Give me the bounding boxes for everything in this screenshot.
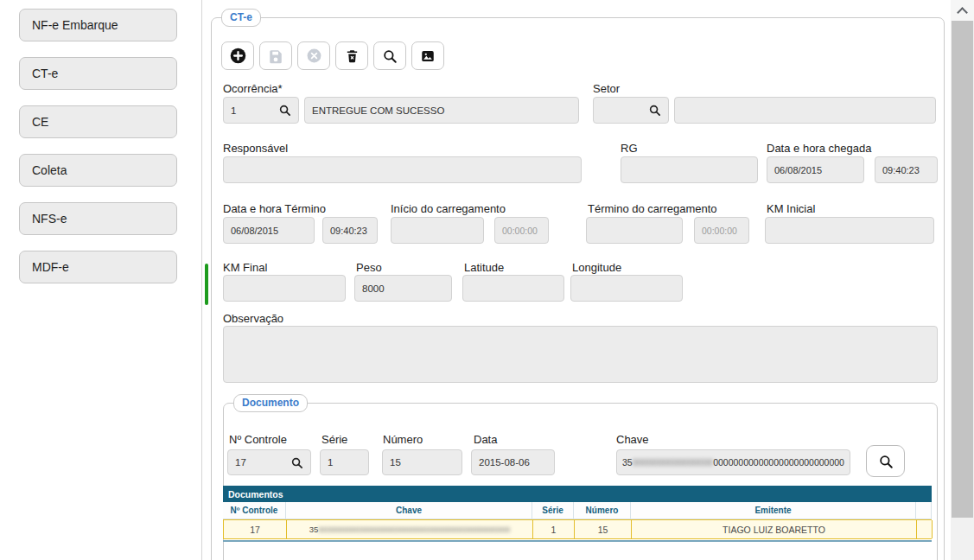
numero-label: Número — [383, 433, 423, 446]
peso-value: 8000 — [362, 283, 385, 294]
observacao-textarea[interactable] — [223, 326, 938, 383]
row-numero: 15 — [575, 520, 632, 538]
search-icon — [878, 454, 894, 469]
numero-value: 15 — [390, 457, 401, 468]
termino-carregamento-date-input[interactable] — [586, 217, 683, 244]
ocorrencia-code-input[interactable]: 1 — [223, 97, 299, 124]
row-chave-prefix: 35 — [309, 525, 319, 534]
chave-input[interactable]: 3500000000000000000000000000000000000000… — [616, 449, 850, 475]
image-icon — [420, 48, 436, 64]
inicio-carregamento-label: Início do carregamento — [391, 202, 506, 215]
sidebar-item-ce[interactable]: CE — [19, 105, 177, 138]
chave-prefix: 35 — [622, 457, 633, 468]
data-termino-time-value: 09:40:23 — [330, 226, 367, 236]
termino-carregamento-time-placeholder: 00:00:00 — [702, 226, 737, 236]
peso-label: Peso — [356, 261, 382, 274]
latitude-label: Latitude — [464, 261, 504, 274]
responsavel-input[interactable] — [223, 156, 582, 183]
row-emitente: TIAGO LUIZ BOARETTO — [632, 520, 917, 538]
latitude-input[interactable] — [462, 275, 564, 302]
ocorrencia-label: Ocorrência* — [223, 82, 283, 95]
data-chegada-time-input[interactable]: 09:40:23 — [875, 156, 938, 183]
ocorrencia-code-value: 1 — [231, 105, 236, 116]
search-button[interactable] — [373, 41, 406, 70]
inicio-carregamento-time-input[interactable]: 00:00:00 — [494, 217, 549, 244]
column-header-controle: Nº Controle — [223, 502, 286, 519]
sidebar-item-nfe-embarque[interactable]: NF-e Embarque — [19, 9, 177, 41]
add-button[interactable] — [221, 41, 254, 70]
serie-input[interactable]: 1 — [320, 449, 369, 475]
termino-carregamento-time-input[interactable]: 00:00:00 — [694, 217, 749, 244]
column-header-serie: Série — [532, 502, 574, 519]
data-chegada-date-value: 06/08/2015 — [774, 165, 822, 175]
data-input[interactable]: 2015-08-06 — [471, 449, 555, 475]
ocorrencia-description-value: ENTREGUE COM SUCESSO — [312, 105, 444, 116]
search-icon — [382, 48, 398, 64]
row-serie: 1 — [533, 520, 575, 538]
delete-button[interactable] — [335, 41, 368, 70]
image-button[interactable] — [411, 41, 444, 70]
data-label: Data — [474, 433, 497, 446]
save-icon — [268, 48, 283, 64]
row-spacer — [917, 520, 933, 538]
sidebar-divider — [201, 0, 202, 560]
serie-label: Série — [321, 433, 347, 446]
table-row[interactable]: 17 3500000000000000000000000000000000000… — [223, 519, 932, 539]
data-termino-time-input[interactable]: 09:40:23 — [322, 217, 378, 244]
data-chegada-time-value: 09:40:23 — [882, 165, 920, 175]
sidebar-item-cte[interactable]: CT-e — [19, 57, 177, 90]
peso-input[interactable]: 8000 — [354, 275, 452, 302]
row-chave: 3500000000000000000000000000000000000000… — [287, 520, 533, 538]
cancel-circle-icon — [306, 48, 322, 64]
search-icon — [290, 456, 303, 469]
data-chegada-label: Data e hora chegada — [767, 142, 871, 155]
termino-carregamento-label: Término do carregamento — [588, 202, 717, 215]
trash-icon — [345, 48, 360, 63]
scrollbar-thumb[interactable] — [952, 21, 973, 518]
km-inicial-input[interactable] — [765, 217, 934, 244]
scrollbar-up-button[interactable] — [951, 0, 974, 21]
numero-input[interactable]: 15 — [382, 449, 462, 475]
sidebar-item-nfse[interactable]: NFS-e — [19, 202, 177, 235]
rg-input[interactable] — [621, 156, 758, 183]
search-icon — [648, 104, 661, 117]
chevron-up-icon — [957, 7, 968, 18]
data-chegada-date-input[interactable]: 06/08/2015 — [767, 156, 864, 183]
sidebar-item-coleta[interactable]: Coleta — [19, 154, 177, 187]
controle-value: 17 — [235, 457, 246, 468]
documento-search-button[interactable] — [866, 445, 905, 477]
save-button[interactable] — [259, 41, 292, 70]
chave-redacted: 0000000000000000 — [633, 457, 713, 468]
sidebar-item-mdfe[interactable]: MDF-e — [19, 251, 177, 283]
observacao-label: Observação — [223, 312, 283, 325]
green-indicator-bar — [205, 264, 208, 305]
column-header-spacer — [916, 502, 932, 519]
km-inicial-label: KM Inicial — [767, 202, 815, 215]
setor-code-input[interactable] — [593, 97, 669, 124]
documentos-grid-header: Nº Controle Chave Série Número Emitente — [223, 502, 932, 519]
chave-label: Chave — [616, 433, 649, 446]
setor-description-input[interactable] — [674, 97, 936, 124]
controle-input[interactable]: 17 — [227, 449, 311, 475]
inicio-carregamento-time-placeholder: 00:00:00 — [502, 226, 538, 236]
column-header-chave: Chave — [286, 502, 532, 519]
serie-value: 1 — [328, 457, 333, 468]
chave-suffix: 00000000000000000000000000 — [713, 457, 844, 468]
rg-label: RG — [621, 142, 638, 155]
search-icon — [278, 104, 291, 117]
ocorrencia-description-input[interactable]: ENTREGUE COM SUCESSO — [304, 97, 579, 124]
column-header-numero: Número — [574, 502, 631, 519]
add-circle-icon — [229, 47, 247, 65]
longitude-input[interactable] — [570, 275, 683, 302]
cte-panel-legend: CT-e — [221, 9, 261, 27]
responsavel-label: Responsável — [223, 142, 288, 155]
cancel-button[interactable] — [297, 41, 330, 70]
longitude-label: Longitude — [572, 261, 621, 274]
inicio-carregamento-date-input[interactable] — [391, 217, 484, 244]
grid-bottom-line — [223, 540, 932, 542]
controle-label: Nº Controle — [229, 433, 287, 446]
data-termino-date-input[interactable]: 06/08/2015 — [223, 217, 315, 244]
km-final-input[interactable] — [223, 275, 346, 302]
data-termino-date-value: 06/08/2015 — [231, 226, 278, 236]
documentos-grid-title: Documentos — [223, 486, 932, 502]
